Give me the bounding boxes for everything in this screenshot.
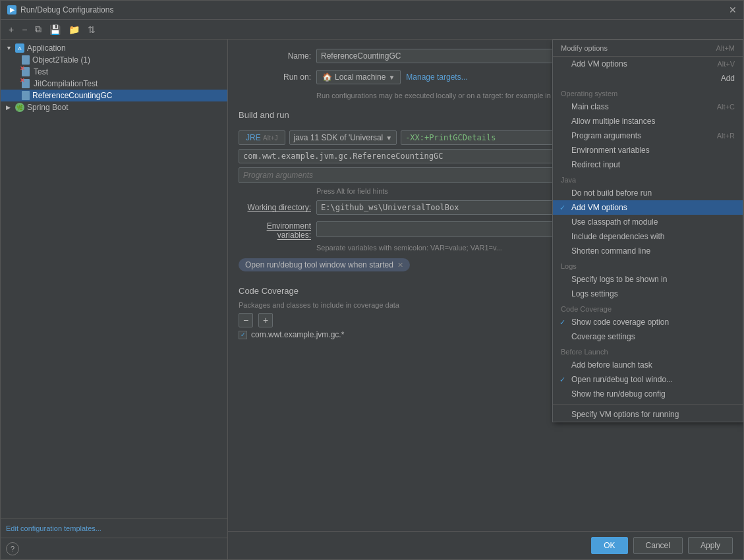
program-args-menu-shortcut: Alt+R	[717, 132, 735, 140]
dropdown-shorten-cmd[interactable]: Shorten command line	[553, 244, 743, 258]
dropdown-arrow-icon: ▼	[388, 74, 395, 81]
dialog-title: Run/Debug Configurations	[20, 5, 113, 14]
dropdown-add-right[interactable]: Add	[553, 71, 743, 86]
jre-button[interactable]: JRE Alt+J	[239, 130, 285, 145]
dropdown-do-not-build[interactable]: Do not build before run	[553, 186, 743, 200]
dropdown-redirect-input[interactable]: Redirect input	[553, 157, 743, 172]
ok-button[interactable]: OK	[591, 537, 627, 554]
tree-item-reference-counting[interactable]: ReferenceCountingGC	[1, 90, 227, 101]
dropdown-main-class[interactable]: Main class Alt+C	[553, 99, 743, 114]
dropdown-header: Modify options Alt+M	[553, 40, 743, 57]
operating-sys-label: Operating system	[561, 90, 617, 98]
dropdown-program-args[interactable]: Program arguments Alt+R	[553, 128, 743, 143]
dropdown-section-logs: Logs	[553, 258, 743, 272]
add-before-launch-label: Add before launch task	[571, 360, 652, 370]
tree-item-label: JitCompilationTest	[34, 79, 98, 88]
dropdown-open-run-debug[interactable]: ✓ Open run/debug tool windo...	[553, 372, 743, 387]
local-machine-text: Local machine	[335, 72, 386, 82]
dropdown-section-operating: Operating system	[553, 86, 743, 99]
manage-targets-link[interactable]: Manage targets...	[406, 72, 467, 82]
tree-item-spring-boot[interactable]: ▶ 🌿 Spring Boot	[1, 101, 227, 113]
env-vars-label: Environment variables:	[239, 221, 311, 240]
sdk-select[interactable]: java 11 SDK of 'Universal ▼	[289, 130, 397, 145]
chip-close-button[interactable]: ✕	[397, 261, 403, 269]
tree-item-jit[interactable]: ✕ JitCompilationTest	[1, 78, 227, 90]
run-on-label: Run on:	[239, 72, 311, 82]
redirect-input-label: Redirect input	[571, 160, 620, 169]
dropdown-coverage-settings[interactable]: Coverage settings	[553, 329, 743, 344]
dropdown-logs-settings[interactable]: Logs settings	[553, 287, 743, 301]
dropdown-add-before-launch[interactable]: Add before launch task	[553, 358, 743, 372]
main-class-shortcut: Alt+C	[717, 103, 735, 111]
coverage-checkbox[interactable]: ✓	[239, 331, 247, 339]
file-icon	[22, 55, 30, 65]
specify-vm-label: Specify VM options for running	[571, 410, 679, 419]
logs-section-label: Logs	[561, 262, 577, 270]
dropdown-section-coverage: Code Coverage	[553, 301, 743, 315]
tree-item-test[interactable]: ✕ Test	[1, 66, 227, 78]
tree-item-label: Object2Table (1)	[32, 55, 90, 65]
edit-templates-link[interactable]: Edit configuration templates...	[1, 518, 227, 538]
program-args-menu-label: Program arguments	[571, 131, 641, 140]
bottom-help: ?	[1, 538, 227, 559]
build-run-title: Build and run	[239, 110, 289, 120]
cancel-button[interactable]: Cancel	[633, 537, 683, 554]
dropdown-env-vars[interactable]: Environment variables	[553, 143, 743, 157]
coverage-item-label: com.wwt.example.jvm.gc.*	[251, 330, 344, 339]
working-dir-label: Working directory:	[239, 203, 311, 212]
toolbar: + − ⧉ 💾 📁 ⇅	[1, 20, 743, 40]
add-right-label: Add	[721, 74, 735, 83]
apply-button[interactable]: Apply	[688, 537, 733, 554]
dropdown-add-vm-options[interactable]: Add VM options Alt+V	[553, 57, 743, 71]
tree-item-object2table[interactable]: Object2Table (1)	[1, 54, 227, 66]
coverage-section-label: Code Coverage	[561, 305, 612, 313]
dropdown-divider	[553, 404, 743, 405]
close-button[interactable]: ✕	[729, 5, 737, 15]
error-badge2: ✕	[20, 77, 25, 84]
dropdown-add-vm-selected[interactable]: ✓ Add VM options	[553, 200, 743, 215]
do-not-build-label: Do not build before run	[571, 188, 652, 198]
env-vars-menu-label: Environment variables	[571, 146, 650, 155]
dropdown-use-classpath[interactable]: Use classpath of module	[553, 215, 743, 229]
remove-configuration-button[interactable]: −	[19, 23, 30, 36]
local-machine-select[interactable]: 🏠 Local machine ▼	[316, 70, 401, 84]
tree-item-label: Application	[27, 43, 66, 53]
help-button[interactable]: ?	[6, 542, 19, 555]
dropdown-header-shortcut: Alt+M	[716, 44, 735, 52]
title-bar: ▶ Run/Debug Configurations ✕	[1, 1, 743, 20]
dropdown-include-deps[interactable]: Include dependencies with	[553, 229, 743, 244]
spring-boot-icon: 🌿	[15, 103, 24, 112]
configuration-tree: ▼ A Application Object2Table (1) ✕ Test	[1, 40, 227, 518]
sdk-value: java 11 SDK of 'Universal	[294, 133, 384, 142]
chevron-right-icon: ▶	[6, 104, 13, 111]
sdk-arrow-icon: ▼	[386, 134, 392, 142]
sort-button[interactable]: ⇅	[85, 23, 98, 36]
copy-configuration-button[interactable]: ⧉	[32, 22, 44, 36]
dropdown-show-run-debug[interactable]: Show the run/debug config	[553, 387, 743, 401]
dropdown-section-before-launch: Before Launch	[553, 344, 743, 358]
check-icon: ✓	[559, 204, 565, 212]
tree-item-label: Test	[34, 67, 48, 76]
java-section-label: Java	[561, 176, 576, 184]
dropdown-allow-multiple[interactable]: Allow multiple instances	[553, 114, 743, 128]
add-configuration-button[interactable]: +	[6, 23, 16, 36]
add-vm-selected-label: Add VM options	[571, 203, 627, 212]
add-coverage-button[interactable]: +	[258, 313, 273, 327]
application-folder-icon: A	[15, 43, 24, 53]
dropdown-specify-vm[interactable]: Specify VM options for running	[553, 407, 743, 422]
chip-label: Open run/debug tool window when started	[245, 260, 393, 269]
modify-options-dropdown: Modify options Alt+M Add VM options Alt+…	[552, 40, 743, 422]
left-panel: ▼ A Application Object2Table (1) ✕ Test	[1, 40, 228, 559]
show-run-debug-label: Show the run/debug config	[571, 389, 666, 399]
right-panel: Name: Store as project file ⚙ Run on: 🏠 …	[228, 40, 743, 559]
dropdown-specify-logs[interactable]: Specify logs to be shown in	[553, 272, 743, 287]
before-launch-section-label: Before Launch	[561, 348, 608, 356]
save-configuration-button[interactable]: 💾	[47, 23, 63, 36]
dropdown-show-coverage[interactable]: ✓ Show code coverage option	[553, 315, 743, 329]
jre-label: JRE	[246, 133, 261, 142]
open-folder-button[interactable]: 📁	[66, 23, 82, 36]
main-class-label: Main class	[571, 102, 609, 111]
tree-item-application-group[interactable]: ▼ A Application	[1, 42, 227, 54]
remove-coverage-button[interactable]: −	[239, 313, 253, 327]
chevron-down-icon: ▼	[6, 45, 13, 51]
